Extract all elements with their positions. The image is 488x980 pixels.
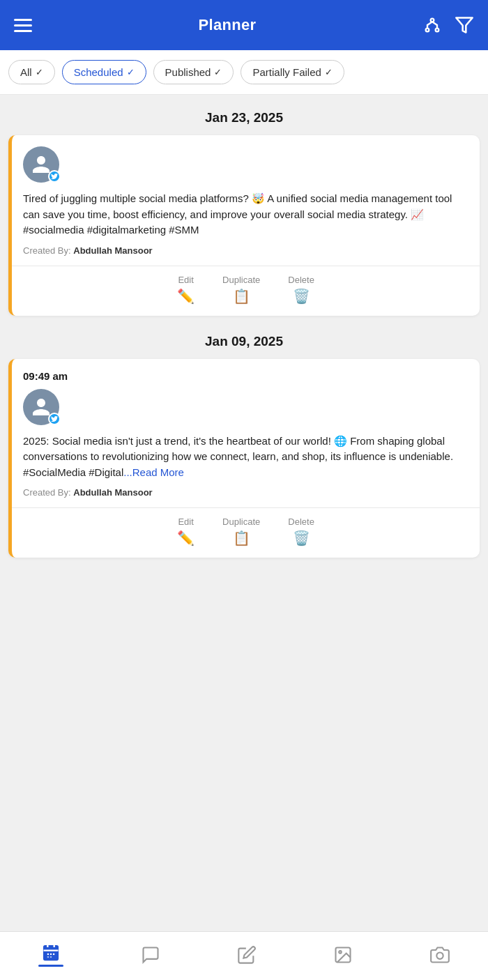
edit-label-1: Edit: [178, 275, 193, 285]
svg-point-17: [436, 952, 443, 958]
svg-rect-11: [49, 953, 52, 956]
card-actions-2: Edit ✏️ Duplicate 📋 Delete 🗑️: [23, 508, 468, 558]
edit-button-1[interactable]: Edit ✏️: [177, 275, 195, 305]
card-actions-1: Edit ✏️ Duplicate 📋 Delete 🗑️: [23, 266, 468, 316]
camera-nav-icon: [430, 945, 450, 965]
user-icon-1: [31, 154, 52, 175]
duplicate-button-1[interactable]: Duplicate 📋: [222, 275, 260, 305]
delete-label-2: Delete: [288, 516, 314, 527]
delete-icon-1: 🗑️: [293, 288, 310, 305]
user-icon-2: [31, 397, 52, 418]
post-card-2: 09:49 am 2025: Social media isn't just a…: [8, 359, 480, 558]
delete-button-1[interactable]: Delete 🗑️: [288, 275, 314, 305]
menu-icon[interactable]: [14, 19, 32, 32]
post-header-1: [23, 146, 468, 183]
duplicate-button-2[interactable]: Duplicate 📋: [222, 516, 260, 546]
filter-chip-all[interactable]: All ✓: [8, 60, 55, 84]
svg-point-16: [340, 951, 342, 954]
edit-label-2: Edit: [178, 516, 193, 527]
filter-label-scheduled: Scheduled: [74, 66, 123, 78]
header-left: [14, 19, 32, 32]
edit-icon-1: ✏️: [177, 288, 195, 305]
twitter-badge-1: [48, 170, 61, 183]
check-icon-scheduled: ✓: [127, 67, 135, 77]
created-by-2: Created By: Abdullah Mansoor: [23, 487, 468, 498]
twitter-badge-2: [48, 413, 61, 425]
compose-nav-icon: [237, 945, 257, 965]
filter-label-published: Published: [165, 66, 211, 78]
duplicate-label-2: Duplicate: [222, 516, 260, 527]
svg-rect-12: [53, 953, 56, 956]
avatar-1: [23, 146, 59, 183]
media-nav-icon: [333, 945, 353, 965]
filter-chip-partially-failed[interactable]: Partially Failed ✓: [241, 60, 344, 84]
duplicate-icon-2: 📋: [233, 530, 250, 546]
edit-button-2[interactable]: Edit ✏️: [177, 516, 195, 546]
svg-rect-13: [47, 956, 49, 958]
page-title: Planner: [199, 16, 257, 34]
post-time-2: 09:49 am: [23, 370, 468, 382]
filter-label-all: All: [20, 66, 32, 78]
filter-chip-scheduled[interactable]: Scheduled ✓: [62, 60, 146, 84]
filter-icon[interactable]: [455, 15, 474, 35]
check-icon-all: ✓: [36, 67, 43, 77]
date-divider-2: Jan 09, 2025: [0, 319, 488, 359]
date-divider-1: Jan 23, 2025: [0, 95, 488, 135]
filter-bar: All ✓ Scheduled ✓ Published ✓ Partially …: [0, 50, 488, 95]
nav-item-messages[interactable]: [132, 942, 169, 967]
edit-icon-2: ✏️: [177, 530, 195, 546]
delete-button-2[interactable]: Delete 🗑️: [288, 516, 314, 546]
created-by-1: Created By: Abdullah Mansoor: [23, 245, 468, 256]
messages-nav-icon: [141, 945, 160, 965]
nav-item-camera[interactable]: [422, 942, 458, 967]
avatar-2: [23, 389, 59, 425]
twitter-icon-1: [51, 173, 58, 180]
nav-item-compose[interactable]: [229, 942, 265, 967]
delete-icon-2: 🗑️: [293, 530, 310, 546]
nav-item-planner[interactable]: [30, 940, 72, 970]
post-card-1: Tired of juggling multiple social media …: [8, 135, 480, 316]
filter-chip-published[interactable]: Published ✓: [153, 60, 234, 84]
post-text-1: Tired of juggling multiple social media …: [23, 191, 468, 238]
nav-item-media[interactable]: [325, 942, 361, 967]
post-header-2: [23, 389, 468, 425]
main-content: Jan 23, 2025 Tired of juggling multiple …: [0, 95, 488, 623]
svg-marker-5: [456, 18, 472, 33]
planner-nav-icon: [41, 942, 61, 962]
bottom-nav: [0, 931, 488, 980]
read-more-2[interactable]: ...Read More: [123, 466, 184, 478]
svg-rect-10: [47, 953, 49, 956]
twitter-icon-2: [51, 415, 58, 422]
filter-label-partially-failed: Partially Failed: [252, 66, 321, 78]
nav-active-bar: [38, 965, 63, 967]
app-header: Planner: [0, 0, 488, 50]
branch-icon[interactable]: [422, 15, 442, 35]
svg-rect-14: [49, 956, 52, 958]
check-icon-published: ✓: [214, 67, 222, 77]
header-right: [422, 15, 474, 35]
check-icon-partially-failed: ✓: [325, 67, 333, 77]
duplicate-label-1: Duplicate: [222, 275, 260, 285]
duplicate-icon-1: 📋: [233, 288, 250, 305]
delete-label-1: Delete: [288, 275, 314, 285]
post-text-2: 2025: Social media isn't just a trend, i…: [23, 434, 468, 481]
